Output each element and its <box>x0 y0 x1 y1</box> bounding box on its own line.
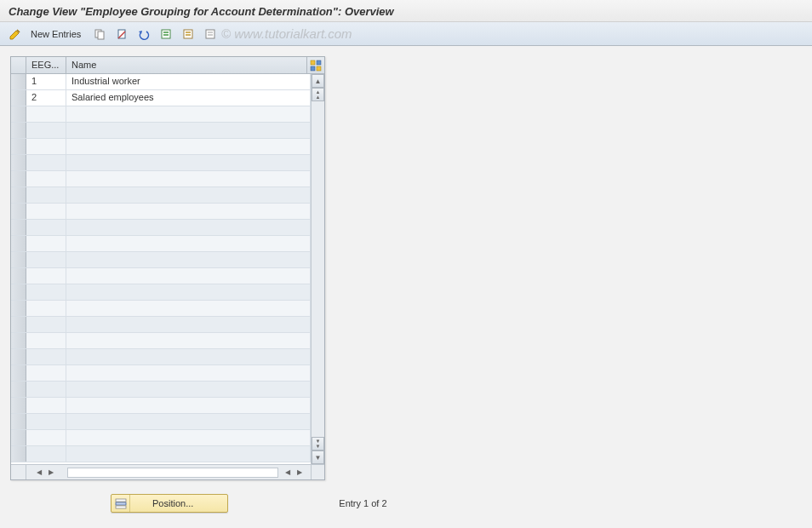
row-selector[interactable] <box>11 301 26 316</box>
cell-eeg[interactable] <box>26 333 66 348</box>
scroll-right-icon[interactable]: ▶ <box>45 467 57 479</box>
cell-eeg[interactable] <box>26 123 66 138</box>
vertical-scrollbar[interactable]: ▲ ▲▲ ▼▼ ▼ <box>311 74 324 464</box>
cell-name[interactable] <box>66 382 311 397</box>
row-selector[interactable] <box>11 284 26 300</box>
cell-name[interactable] <box>66 349 311 364</box>
cell-eeg[interactable] <box>26 252 66 267</box>
cell-name[interactable] <box>66 187 311 203</box>
cell-name[interactable] <box>66 236 311 251</box>
cell-eeg[interactable] <box>26 171 66 187</box>
delete-icon[interactable] <box>113 26 130 43</box>
cell-name[interactable] <box>66 430 311 445</box>
cell-eeg[interactable] <box>26 284 66 300</box>
cell-name[interactable] <box>66 268 311 284</box>
horizontal-scrollbar[interactable]: ◀ ▶ ◀ ▶ <box>11 464 324 479</box>
cell-eeg[interactable]: 1 <box>26 74 66 89</box>
cell-eeg[interactable] <box>26 204 66 219</box>
row-selector[interactable] <box>11 398 26 413</box>
cell-eeg[interactable] <box>26 365 66 381</box>
row-selector[interactable] <box>11 349 26 364</box>
select-block-icon[interactable] <box>180 26 197 43</box>
cell-eeg[interactable] <box>26 268 66 284</box>
row-selector[interactable] <box>11 187 26 203</box>
row-selector[interactable] <box>11 139 26 154</box>
row-selector[interactable] <box>11 252 26 267</box>
cell-eeg[interactable] <box>26 301 66 316</box>
deselect-all-icon[interactable] <box>202 26 219 43</box>
scroll-down-icon[interactable]: ▼ <box>312 451 324 464</box>
cell-name[interactable] <box>66 106 311 122</box>
row-selector[interactable] <box>11 155 26 170</box>
cell-eeg[interactable] <box>26 398 66 413</box>
cell-name[interactable] <box>66 333 311 348</box>
cell-eeg[interactable] <box>26 106 66 122</box>
scroll-down-page-icon[interactable]: ▼▼ <box>312 437 324 451</box>
cell-name[interactable] <box>66 398 311 413</box>
scroll-left-end-icon[interactable]: ◀ <box>282 467 294 479</box>
row-selector[interactable] <box>11 90 26 106</box>
cell-eeg[interactable] <box>26 155 66 170</box>
cell-name[interactable] <box>66 171 311 187</box>
cell-eeg[interactable] <box>26 414 66 429</box>
cell-eeg[interactable] <box>26 187 66 203</box>
table-row <box>11 317 311 333</box>
row-selector[interactable] <box>11 268 26 284</box>
cell-name[interactable] <box>66 220 311 235</box>
scroll-up-icon[interactable]: ▲ <box>312 74 324 88</box>
select-all-rows[interactable] <box>11 57 26 73</box>
cell-eeg[interactable] <box>26 220 66 235</box>
cell-eeg[interactable] <box>26 139 66 154</box>
cell-name[interactable] <box>66 252 311 267</box>
toggle-display-change-icon[interactable] <box>7 26 24 43</box>
row-selector[interactable] <box>11 106 26 122</box>
row-selector[interactable] <box>11 317 26 332</box>
svg-rect-10 <box>208 32 213 33</box>
new-entries-button[interactable]: New Entries <box>31 29 81 39</box>
row-selector[interactable] <box>11 171 26 187</box>
cell-name[interactable] <box>66 123 311 138</box>
row-selector[interactable] <box>11 204 26 219</box>
select-all-icon[interactable] <box>157 26 174 43</box>
row-selector[interactable] <box>11 365 26 381</box>
column-header-name[interactable]: Name <box>66 57 307 73</box>
cell-eeg[interactable] <box>26 349 66 364</box>
cell-name[interactable]: Industrial worker <box>66 74 311 89</box>
cell-eeg[interactable] <box>26 382 66 397</box>
scroll-up-page-icon[interactable]: ▲▲ <box>312 88 324 101</box>
scroll-right-end-icon[interactable]: ▶ <box>294 467 306 479</box>
cell-eeg[interactable] <box>26 446 66 462</box>
cell-name[interactable] <box>66 139 311 154</box>
row-selector[interactable] <box>11 123 26 138</box>
scroll-left-icon[interactable]: ◀ <box>33 467 45 479</box>
row-selector[interactable] <box>11 382 26 397</box>
cell-name[interactable] <box>66 301 311 316</box>
cell-eeg[interactable] <box>26 317 66 332</box>
copy-as-icon[interactable] <box>91 26 108 43</box>
row-selector[interactable] <box>11 430 26 445</box>
cell-name[interactable] <box>66 317 311 332</box>
table-row <box>11 365 311 382</box>
row-selector[interactable] <box>11 414 26 429</box>
cell-name[interactable]: Salaried employees <box>66 90 311 106</box>
cell-eeg[interactable] <box>26 236 66 251</box>
position-button[interactable]: Position... <box>111 494 228 513</box>
row-selector[interactable] <box>11 236 26 251</box>
column-header-eeg[interactable]: EEG... <box>26 57 66 73</box>
row-selector[interactable] <box>11 220 26 235</box>
cell-name[interactable] <box>66 284 311 300</box>
h-scroll-track[interactable] <box>67 468 278 478</box>
cell-name[interactable] <box>66 155 311 170</box>
cell-name[interactable] <box>66 414 311 429</box>
cell-eeg[interactable] <box>26 430 66 445</box>
cell-name[interactable] <box>66 446 311 462</box>
cell-name[interactable] <box>66 204 311 219</box>
table-settings-icon[interactable] <box>307 57 324 73</box>
row-selector[interactable] <box>11 333 26 348</box>
cell-eeg[interactable]: 2 <box>26 90 66 106</box>
scroll-track[interactable] <box>312 101 324 437</box>
cell-name[interactable] <box>66 365 311 381</box>
undo-change-icon[interactable] <box>135 26 152 43</box>
row-selector[interactable] <box>11 74 26 89</box>
row-selector[interactable] <box>11 446 26 462</box>
